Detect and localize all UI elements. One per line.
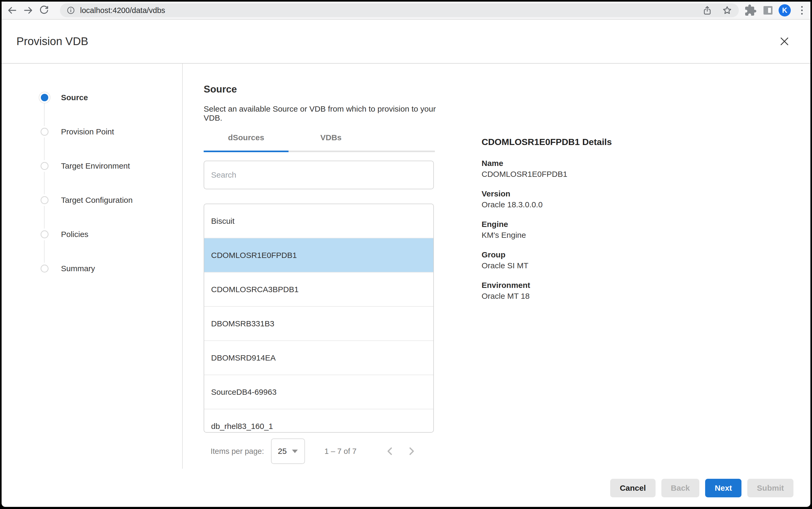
browser-window: localhost:4200/data/vdbs K Provision VDB… [2, 2, 810, 507]
wizard-sidebar: SourceProvision PointTarget EnvironmentT… [2, 64, 183, 469]
step-dot [39, 194, 50, 206]
source-list: BiscuitCDOMLOSR1E0FPDB1CDOMLOSRCA3BPDB1D… [204, 204, 434, 433]
forward-arrow-icon [23, 5, 33, 15]
browser-menu-icon[interactable] [799, 6, 805, 14]
back-button-wizard[interactable]: Back [662, 479, 700, 497]
items-per-page-label: Items per page: [210, 447, 264, 456]
field-label: Environment [482, 280, 810, 290]
details-panel: CDOMLOSR1E0FPDB1 Details NameCDOMLOSR1E0… [482, 64, 810, 469]
toolbar-right-cluster: K [744, 4, 805, 17]
stepper-step-target-configuration[interactable]: Target Configuration [2, 183, 182, 217]
wizard-footer: Cancel Back Next Submit [2, 469, 810, 507]
profile-avatar[interactable]: K [779, 4, 791, 16]
url-bar[interactable]: localhost:4200/data/vdbs [60, 3, 739, 17]
reload-button[interactable] [36, 2, 52, 18]
extensions-puzzle-icon[interactable] [744, 4, 757, 17]
step-label: Provision Point [61, 127, 114, 136]
stepper-step-summary[interactable]: Summary [2, 251, 182, 285]
tab-vdbs[interactable]: VDBs [289, 133, 373, 150]
details-field-name: NameCDOMLOSR1E0FPDB1 [482, 158, 810, 179]
close-button[interactable] [778, 35, 791, 48]
field-label: Engine [482, 219, 810, 229]
field-value: Oracle 18.3.0.0.0 [482, 200, 810, 210]
step-dot [39, 229, 50, 240]
site-info-icon[interactable] [66, 6, 75, 15]
tab-labels: dSourcesVDBs [204, 133, 435, 150]
main-panel: Source Select an available Source or VDB… [183, 64, 810, 469]
list-item[interactable]: DBOMSRD914EA [204, 341, 433, 375]
field-value: KM's Engine [482, 230, 810, 240]
field-label: Version [482, 189, 810, 199]
tab-underline-track [204, 150, 435, 152]
active-step-dot [39, 92, 50, 103]
list-item[interactable]: Biscuit [204, 204, 433, 238]
source-selection-column: Source Select an available Source or VDB… [204, 64, 456, 469]
next-button[interactable]: Next [705, 479, 741, 497]
details-fields: NameCDOMLOSR1E0FPDB1VersionOracle 18.3.0… [482, 158, 810, 301]
back-arrow-icon [7, 5, 18, 15]
step-label: Summary [61, 264, 95, 273]
step-label: Policies [61, 230, 88, 239]
previous-page-button[interactable] [384, 445, 396, 457]
details-field-environment: EnvironmentOracle MT 18 [482, 280, 810, 301]
submit-button[interactable]: Submit [747, 479, 793, 497]
chevron-left-icon [384, 445, 396, 457]
next-page-button[interactable] [405, 445, 417, 457]
list-item[interactable]: CDOMLOSRCA3BPDB1 [204, 273, 433, 307]
step-dot [39, 126, 50, 138]
tab-dsources[interactable]: dSources [204, 133, 289, 150]
stepper-step-policies[interactable]: Policies [2, 217, 182, 251]
chevron-right-icon [405, 445, 417, 457]
step-label: Target Configuration [61, 196, 133, 205]
details-field-version: VersionOracle 18.3.0.0.0 [482, 189, 810, 210]
stepper-step-target-environment[interactable]: Target Environment [2, 149, 182, 183]
details-title: CDOMLOSR1E0FPDB1 Details [482, 137, 810, 147]
source-tabs: dSourcesVDBs [204, 133, 435, 152]
browser-toolbar: localhost:4200/data/vdbs K [2, 2, 810, 20]
pagination: Items per page: 25 1 – 7 of 7 [204, 438, 456, 465]
items-per-page-select[interactable]: 25 [271, 439, 305, 464]
field-value: CDOMLOSR1E0FPDB1 [482, 169, 810, 179]
modal-title: Provision VDB [16, 35, 88, 48]
step-label: Source [61, 93, 88, 102]
field-value: Oracle SI MT [482, 261, 810, 271]
step-label: Target Environment [61, 162, 130, 170]
stepper-step-provision-point[interactable]: Provision Point [2, 114, 182, 149]
items-per-page-value: 25 [278, 447, 287, 456]
search-input[interactable] [204, 170, 433, 179]
details-field-engine: EngineKM's Engine [482, 219, 810, 240]
forward-button[interactable] [20, 2, 36, 18]
close-icon [779, 36, 790, 47]
list-item[interactable]: DBOMSRB331B3 [204, 307, 433, 341]
page-title: Source [204, 84, 456, 95]
cancel-button[interactable]: Cancel [610, 479, 655, 497]
stepper-steps: SourceProvision PointTarget EnvironmentT… [2, 80, 182, 285]
reload-icon [39, 5, 49, 15]
bookmark-star-icon[interactable] [722, 5, 733, 15]
side-panel-icon[interactable] [762, 4, 774, 17]
details-field-group: GroupOracle SI MT [482, 250, 810, 271]
page-range-label: 1 – 7 of 7 [325, 447, 357, 456]
list-item[interactable]: CDOMLOSR1E0FPDB1 [204, 238, 433, 273]
field-value: Oracle MT 18 [482, 291, 810, 301]
stepper: SourceProvision PointTarget EnvironmentT… [2, 64, 182, 285]
page-description: Select an available Source or VDB from w… [204, 104, 456, 123]
field-label: Name [482, 158, 810, 168]
url-text[interactable]: localhost:4200/data/vdbs [80, 6, 702, 15]
modal-header: Provision VDB [2, 20, 810, 64]
tab-active-underline [204, 150, 289, 152]
select-caret-icon [292, 450, 298, 453]
share-icon[interactable] [702, 5, 712, 15]
search-box [204, 161, 434, 189]
list-item[interactable]: SourceDB4-69963 [204, 375, 433, 409]
wizard-content: SourceProvision PointTarget EnvironmentT… [2, 64, 810, 469]
field-label: Group [482, 250, 810, 260]
list-item[interactable]: db_rhel83_160_1 [204, 409, 433, 433]
stepper-step-source[interactable]: Source [2, 80, 182, 114]
step-dot [39, 263, 50, 274]
back-button[interactable] [4, 2, 20, 18]
step-dot [39, 160, 50, 172]
